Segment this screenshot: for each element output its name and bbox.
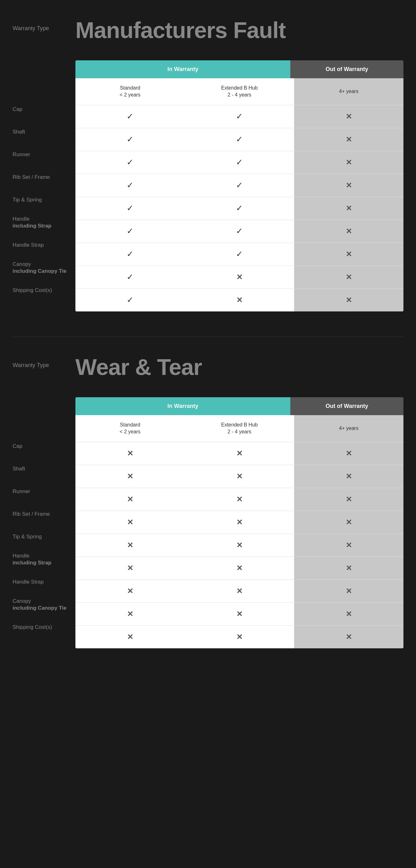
out-years-label: 4+ years	[339, 425, 358, 432]
row-label-text: Canopyincluding Canopy Tie	[12, 261, 67, 275]
check-icon: ✓	[127, 226, 133, 236]
standard-cell-8: ✕	[75, 626, 185, 648]
in-warranty-header: In Warranty	[75, 397, 290, 415]
cross-icon: ✕	[346, 541, 352, 550]
extended-cell-0: ✓	[185, 105, 294, 128]
check-icon: ✓	[236, 157, 243, 167]
standard-cell-7: ✕	[75, 603, 185, 625]
section-wear-and-tear: Warranty TypeWear & TearCapShaftRunnerRi…	[0, 337, 416, 674]
cross-icon: ✕	[236, 449, 243, 458]
row-label-5: Handleincluding Strap	[12, 211, 75, 234]
out-cell-6: ✕	[294, 243, 404, 266]
standard-cell-0: ✓	[75, 105, 185, 128]
cross-icon: ✕	[127, 610, 133, 618]
warranty-type-label: Warranty Type	[12, 356, 75, 369]
row-label-text: Shipping Cost(s)	[12, 624, 52, 631]
row-label-text: Cap	[12, 106, 22, 113]
out-cell-0: ✕	[294, 442, 404, 465]
row-label-text: Handle Strap	[12, 242, 44, 249]
row-label-text: Shaft	[12, 128, 25, 135]
cross-icon: ✕	[346, 273, 352, 282]
out-cell-1: ✕	[294, 465, 404, 488]
row-label-1: Shaft	[12, 458, 75, 480]
out-of-warranty-header: Out of Warranty	[290, 397, 404, 415]
standard-cell-7: ✓	[75, 266, 185, 288]
cross-icon: ✕	[346, 112, 352, 121]
data-row-6: ✕✕✕	[75, 580, 404, 602]
cross-icon: ✕	[236, 610, 243, 618]
extended-cell-1: ✓	[185, 128, 294, 151]
extended-cell-8: ✕	[185, 289, 294, 311]
check-icon: ✓	[236, 203, 243, 213]
row-label-text: Canopyincluding Canopy Tie	[12, 598, 67, 612]
standard-cell-6: ✓	[75, 243, 185, 266]
check-icon: ✓	[127, 134, 133, 144]
out-cell-3: ✕	[294, 174, 404, 197]
cross-icon: ✕	[127, 518, 133, 527]
standard-cell-6: ✕	[75, 580, 185, 602]
extended-cell-0: ✕	[185, 442, 294, 465]
row-label-8: Shipping Cost(s)	[12, 279, 75, 302]
table-wrapper: In WarrantyOut of WarrantyStandard< 2 ye…	[75, 60, 404, 311]
check-icon: ✓	[127, 157, 133, 167]
standard-cell-0: ✕	[75, 442, 185, 465]
data-row-3: ✕✕✕	[75, 511, 404, 534]
cross-icon: ✕	[346, 587, 352, 595]
cross-icon: ✕	[346, 204, 352, 213]
extended-label: Extended B Hub2 - 4 years	[221, 85, 258, 99]
standard-cell-5: ✕	[75, 557, 185, 580]
out-sub-header: 4+ years	[294, 415, 404, 442]
out-cell-0: ✕	[294, 105, 404, 128]
out-cell-5: ✕	[294, 220, 404, 243]
out-years-label: 4+ years	[339, 88, 358, 95]
in-warranty-header: In Warranty	[75, 60, 290, 78]
cross-icon: ✕	[236, 564, 243, 572]
row-label-text: Rib Set / Frame	[12, 174, 50, 181]
cross-icon: ✕	[127, 564, 133, 572]
extended-cell-4: ✓	[185, 197, 294, 220]
cross-icon: ✕	[236, 273, 243, 282]
data-row-3: ✓✓✕	[75, 174, 404, 197]
main-header-row: In WarrantyOut of Warranty	[75, 397, 404, 415]
row-label-6: Handle Strap	[12, 234, 75, 256]
extended-cell-5: ✕	[185, 557, 294, 580]
row-label-text: Shaft	[12, 465, 25, 472]
standard-cell-5: ✓	[75, 220, 185, 243]
check-icon: ✓	[127, 203, 133, 213]
row-label-7: Canopyincluding Canopy Tie	[12, 256, 75, 279]
out-cell-6: ✕	[294, 580, 404, 602]
cross-icon: ✕	[346, 495, 352, 504]
check-icon: ✓	[127, 295, 133, 305]
cross-icon: ✕	[346, 564, 352, 572]
cross-icon: ✕	[236, 296, 243, 305]
row-labels: CapShaftRunnerRib Set / FrameTip & Sprin…	[12, 60, 75, 311]
cross-icon: ✕	[236, 541, 243, 550]
out-cell-1: ✕	[294, 128, 404, 151]
extended-cell-7: ✕	[185, 266, 294, 288]
row-label-text: Runner	[12, 151, 30, 158]
table-wrapper: In WarrantyOut of WarrantyStandard< 2 ye…	[75, 397, 404, 648]
extended-cell-3: ✓	[185, 174, 294, 197]
standard-sub-header: Standard< 2 years	[75, 415, 185, 442]
cross-icon: ✕	[346, 449, 352, 458]
check-icon: ✓	[127, 180, 133, 190]
section-header: Warranty TypeWear & Tear	[12, 356, 404, 378]
table-container: CapShaftRunnerRib Set / FrameTip & Sprin…	[12, 397, 404, 648]
data-row-1: ✓✓✕	[75, 128, 404, 151]
cross-icon: ✕	[236, 472, 243, 481]
cross-icon: ✕	[127, 587, 133, 595]
check-icon: ✓	[236, 226, 243, 236]
out-cell-4: ✕	[294, 197, 404, 220]
main-header-row: In WarrantyOut of Warranty	[75, 60, 404, 78]
data-row-2: ✕✕✕	[75, 488, 404, 511]
out-cell-2: ✕	[294, 488, 404, 511]
row-label-text: Tip & Spring	[12, 196, 42, 203]
row-label-text: Shipping Cost(s)	[12, 287, 52, 294]
standard-label: Standard< 2 years	[120, 85, 140, 99]
sub-header-row: Standard< 2 yearsExtended B Hub2 - 4 yea…	[75, 78, 404, 105]
out-cell-8: ✕	[294, 289, 404, 311]
table-container: CapShaftRunnerRib Set / FrameTip & Sprin…	[12, 60, 404, 311]
check-icon: ✓	[236, 112, 243, 121]
extended-cell-5: ✓	[185, 220, 294, 243]
row-label-text: Handleincluding Strap	[12, 553, 52, 566]
